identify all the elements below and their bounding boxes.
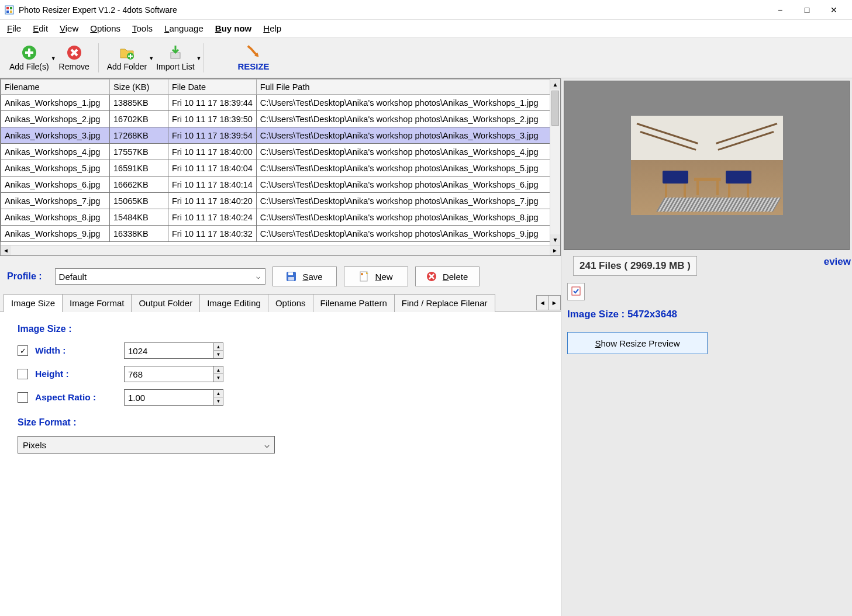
svg-rect-1 [6, 7, 9, 9]
column-filename[interactable]: Filename [1, 79, 110, 95]
tab-scroll-left[interactable]: ◄ [537, 296, 549, 310]
table-row[interactable]: Anikas_Workshops_5.jpg16591KBFri 10 11 1… [1, 160, 560, 177]
cell-path: C:\Users\Test\Desktop\Anika's workshop p… [256, 144, 560, 160]
remove-icon [66, 44, 82, 61]
dropdown-icon[interactable]: ▼ [196, 56, 202, 61]
column-date[interactable]: File Date [168, 79, 257, 95]
menu-edit[interactable]: Edit [33, 23, 48, 33]
cell-filename: Anikas_Workshops_8.jpg [1, 209, 110, 226]
profile-label: Profile : [7, 271, 42, 282]
column-path[interactable]: Full File Path [256, 79, 560, 95]
height-value[interactable] [125, 369, 213, 379]
table-row[interactable]: Anikas_Workshops_9.jpg16338KBFri 10 11 1… [1, 226, 560, 242]
scroll-down-icon[interactable]: ▼ [550, 234, 560, 245]
image-size-text: Image Size : 5472x3648 [561, 305, 852, 324]
tab-bar: Image SizeImage FormatOutput FolderImage… [0, 293, 561, 312]
width-checkbox[interactable]: ✓ [18, 345, 28, 356]
show-resize-preview-button[interactable]: Show Resize Preview [567, 332, 708, 354]
spin-up-icon[interactable]: ▲ [214, 390, 223, 397]
tab-output-folder[interactable]: Output Folder [131, 294, 200, 312]
scroll-up-icon[interactable]: ▲ [550, 79, 560, 89]
spin-down-icon[interactable]: ▼ [214, 374, 223, 382]
tab-filename-pattern[interactable]: Filename Pattern [313, 294, 395, 312]
aspect-ratio-input[interactable]: ▲▼ [124, 389, 223, 406]
size-format-value: Pixels [23, 440, 46, 450]
table-row[interactable]: Anikas_Workshops_3.jpg17268KBFri 10 11 1… [1, 127, 560, 144]
spin-down-icon[interactable]: ▼ [214, 351, 223, 358]
menu-file[interactable]: File [7, 23, 21, 33]
resize-icon [246, 44, 262, 60]
width-label: Width : [35, 345, 117, 356]
horizontal-scrollbar[interactable]: ◄ ► [1, 245, 560, 255]
check-button[interactable] [567, 283, 585, 300]
menubar: File Edit View Options Tools Language Bu… [0, 20, 852, 37]
tab-image-size[interactable]: Image Size [4, 294, 63, 312]
file-table: Filename Size (KB) File Date Full File P… [0, 78, 561, 256]
cell-size: 15065KB [110, 193, 168, 209]
tab-image-editing[interactable]: Image Editing [199, 294, 268, 312]
table-row[interactable]: Anikas_Workshops_1.jpg13885KBFri 10 11 1… [1, 95, 560, 111]
size-format-select[interactable]: Pixels [18, 436, 275, 454]
minimize-button[interactable]: − [767, 1, 794, 19]
table-row[interactable]: Anikas_Workshops_8.jpg15484KBFri 10 11 1… [1, 209, 560, 226]
vertical-scrollbar[interactable]: ▲ ▼ [550, 79, 560, 245]
preview-pane: 241 Files ( 2969.19 MB ) eview Image Siz… [561, 78, 852, 616]
cell-filename: Anikas_Workshops_9.jpg [1, 226, 110, 242]
height-input[interactable]: ▲▼ [124, 366, 223, 382]
image-size-header: Image Size : [18, 324, 543, 334]
tab-scroll-right[interactable]: ► [549, 296, 560, 310]
menu-language[interactable]: Language [164, 23, 203, 33]
width-input[interactable]: ▲▼ [124, 342, 223, 359]
spin-up-icon[interactable]: ▲ [214, 366, 223, 374]
save-icon [286, 271, 296, 282]
scroll-thumb[interactable] [551, 91, 559, 126]
menu-help[interactable]: Help [263, 23, 281, 33]
aspect-ratio-value[interactable] [125, 393, 213, 403]
table-row[interactable]: Anikas_Workshops_4.jpg17557KBFri 10 11 1… [1, 144, 560, 160]
tab-find-replace-filenar[interactable]: Find / Replace Filenar [394, 294, 495, 312]
tab-image-format[interactable]: Image Format [62, 294, 132, 312]
table-row[interactable]: Anikas_Workshops_7.jpg15065KBFri 10 11 1… [1, 193, 560, 209]
close-button[interactable]: ✕ [820, 1, 847, 19]
new-profile-button[interactable]: New [344, 267, 408, 286]
svg-rect-2 [10, 7, 12, 9]
cell-path: C:\Users\Test\Desktop\Anika's workshop p… [256, 177, 560, 193]
cell-filename: Anikas_Workshops_6.jpg [1, 177, 110, 193]
add-file-button[interactable]: Add File(s) ▼ [5, 40, 54, 75]
menu-tools[interactable]: Tools [132, 23, 153, 33]
table-row[interactable]: Anikas_Workshops_2.jpg16702KBFri 10 11 1… [1, 111, 560, 127]
aspect-ratio-checkbox[interactable] [18, 392, 28, 403]
resize-label: RESIZE [237, 61, 269, 71]
cell-path: C:\Users\Test\Desktop\Anika's workshop p… [256, 160, 560, 177]
resize-button[interactable]: RESIZE [225, 40, 283, 75]
import-list-button[interactable]: Import List ▼ [151, 40, 199, 75]
scroll-right-icon[interactable]: ► [550, 245, 560, 255]
toolbar: Add File(s) ▼ Remove Add Folder ▼ Import… [0, 37, 852, 78]
scroll-left-icon[interactable]: ◄ [1, 245, 11, 255]
menu-view[interactable]: View [60, 23, 78, 33]
delete-profile-button[interactable]: Delete [415, 267, 480, 286]
table-row[interactable]: Anikas_Workshops_6.jpg16662KBFri 10 11 1… [1, 177, 560, 193]
save-profile-button[interactable]: Save [272, 267, 337, 286]
size-format-header: Size Format : [18, 417, 543, 428]
file-stats: 241 Files ( 2969.19 MB ) [573, 256, 697, 276]
cell-path: C:\Users\Test\Desktop\Anika's workshop p… [256, 127, 560, 144]
remove-button[interactable]: Remove [54, 40, 95, 75]
column-size[interactable]: Size (KB) [110, 79, 168, 95]
save-label: ave [308, 272, 322, 282]
height-checkbox[interactable] [18, 369, 28, 379]
spin-up-icon[interactable]: ▲ [214, 343, 223, 351]
preview-text-cut: eview [824, 252, 852, 268]
menu-buy-now[interactable]: Buy now [215, 23, 252, 33]
menu-options[interactable]: Options [90, 23, 120, 33]
add-folder-button[interactable]: Add Folder ▼ [102, 40, 151, 75]
cell-size: 17557KB [110, 144, 168, 160]
tab-options[interactable]: Options [268, 294, 313, 312]
width-value[interactable] [125, 346, 213, 356]
add-folder-label: Add Folder [107, 62, 147, 71]
cell-filename: Anikas_Workshops_7.jpg [1, 193, 110, 209]
profile-select[interactable]: Default [55, 268, 265, 285]
spin-down-icon[interactable]: ▼ [214, 397, 223, 405]
cell-filename: Anikas_Workshops_1.jpg [1, 95, 110, 111]
maximize-button[interactable]: □ [794, 1, 820, 19]
